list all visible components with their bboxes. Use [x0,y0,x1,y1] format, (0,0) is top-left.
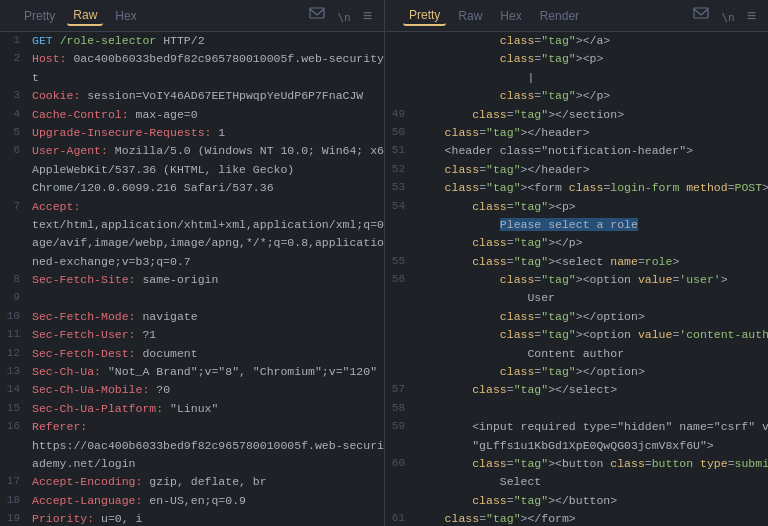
line-number [0,69,28,87]
line-content: https://0ac400b6033bed9f82c965780010005f… [28,437,384,455]
line-number [385,326,413,344]
tab-raw-request[interactable]: Raw [67,6,103,26]
newline-icon-request[interactable]: \n [333,6,354,26]
line-number: 3 [0,87,28,105]
newline-icon-response[interactable]: \n [717,6,738,26]
line-number: 50 [385,124,413,142]
line-number [0,455,28,473]
table-row: 50 class="tag"></header> [385,124,768,142]
line-number: 60 [385,455,413,473]
line-content: Upgrade-Insecure-Requests: 1 [28,124,384,142]
table-row: 15Sec-Ch-Ua-Platform: "Linux" [0,400,384,418]
request-panel: Pretty Raw Hex \n ≡ 1GET /role-selector … [0,0,385,526]
line-content: Sec-Fetch-User: ?1 [28,326,384,344]
line-number: 59 [385,418,413,436]
line-number [385,363,413,381]
svg-rect-0 [310,8,324,18]
tab-hex-request[interactable]: Hex [109,7,142,25]
response-panel: Pretty Raw Hex Render \n ≡ cl [385,0,768,526]
line-content: class="tag"><form class=login-form metho… [413,179,768,197]
table-row: 54 class="tag"><p> [385,198,768,216]
table-row: 14Sec-Ch-Ua-Mobile: ?0 [0,381,384,399]
table-row: Chrome/120.0.6099.216 Safari/537.36 [0,179,384,197]
table-row: 17Accept-Encoding: gzip, deflate, br [0,473,384,491]
line-content: Accept-Language: en-US,en;q=0.9 [28,492,384,510]
line-content [413,400,768,418]
tab-pretty-request[interactable]: Pretty [18,7,61,25]
line-number: 58 [385,400,413,418]
line-content: class="tag"><option value='user'> [413,271,768,289]
line-number [385,234,413,252]
line-content: Sec-Fetch-Dest: document [28,345,384,363]
line-number [385,216,413,234]
line-content: class="tag"><p> [413,50,768,68]
table-row: 58 [385,400,768,418]
table-row: 11Sec-Fetch-User: ?1 [0,326,384,344]
table-row: age/avif,image/webp,image/apng,*/*;q=0.8… [0,234,384,252]
line-number: 12 [0,345,28,363]
menu-icon-response[interactable]: ≡ [743,5,760,27]
line-content: class="tag"></p> [413,87,768,105]
table-row: 18Accept-Language: en-US,en;q=0.9 [0,492,384,510]
request-header-right: \n ≡ [305,5,376,27]
line-content: ademy.net/login [28,455,384,473]
line-number: 8 [0,271,28,289]
line-number [0,179,28,197]
line-content: Content author [413,345,768,363]
tab-raw-response[interactable]: Raw [452,7,488,25]
send-icon[interactable] [305,5,329,26]
tab-render-response[interactable]: Render [534,7,585,25]
line-number: 4 [0,106,28,124]
table-row: 19Priority: u=0, i [0,510,384,526]
line-content: class="tag"></section> [413,106,768,124]
request-code-area[interactable]: 1GET /role-selector HTTP/22Host: 0ac400b… [0,32,384,526]
line-number [385,32,413,50]
tab-hex-response[interactable]: Hex [494,7,527,25]
line-number: 11 [0,326,28,344]
line-content: Accept-Encoding: gzip, deflate, br [28,473,384,491]
table-row: t [0,69,384,87]
table-row: 1GET /role-selector HTTP/2 [0,32,384,50]
table-row: | [385,69,768,87]
table-row: 53 class="tag"><form class=login-form me… [385,179,768,197]
line-content: class="tag"></option> [413,308,768,326]
table-row: 7Accept: [0,198,384,216]
table-row: Content author [385,345,768,363]
table-row: 5Upgrade-Insecure-Requests: 1 [0,124,384,142]
table-row: 55 class="tag"><select name=role> [385,253,768,271]
line-number: 51 [385,142,413,160]
tab-pretty-response[interactable]: Pretty [403,6,446,26]
line-number: 52 [385,161,413,179]
line-number [385,473,413,491]
line-number [385,50,413,68]
line-number: 10 [0,308,28,326]
line-content: Chrome/120.0.6099.216 Safari/537.36 [28,179,384,197]
line-content: t [28,69,384,87]
line-content: User [413,289,768,307]
line-number [0,437,28,455]
line-content [28,289,384,307]
response-code-area[interactable]: class="tag"></a> class="tag"><p> | class… [385,32,768,526]
line-number: 5 [0,124,28,142]
main-container: Pretty Raw Hex \n ≡ 1GET /role-selector … [0,0,768,526]
table-row: Please select a role [385,216,768,234]
line-number: 55 [385,253,413,271]
line-content: | [413,69,768,87]
request-panel-header: Pretty Raw Hex \n ≡ [0,0,384,32]
table-row: 3Cookie: session=VoIY46AD67EETHpwqpYeUdP… [0,87,384,105]
line-number [0,234,28,252]
line-content: Cache-Control: max-age=0 [28,106,384,124]
line-content: <input required type="hidden" name="csrf… [413,418,768,436]
line-number: 17 [0,473,28,491]
table-row: class="tag"></a> [385,32,768,50]
table-row: https://0ac400b6033bed9f82c965780010005f… [0,437,384,455]
send-icon-response[interactable] [689,5,713,26]
menu-icon-request[interactable]: ≡ [359,5,376,27]
line-content: class="tag"></a> [413,32,768,50]
table-row: 9 [0,289,384,307]
table-row: 61 class="tag"></form> [385,510,768,526]
line-content: Sec-Ch-Ua: "Not_A Brand";v="8", "Chromiu… [28,363,384,381]
line-number: 57 [385,381,413,399]
line-number: 6 [0,142,28,160]
line-content: Cookie: session=VoIY46AD67EETHpwqpYeUdP6… [28,87,384,105]
